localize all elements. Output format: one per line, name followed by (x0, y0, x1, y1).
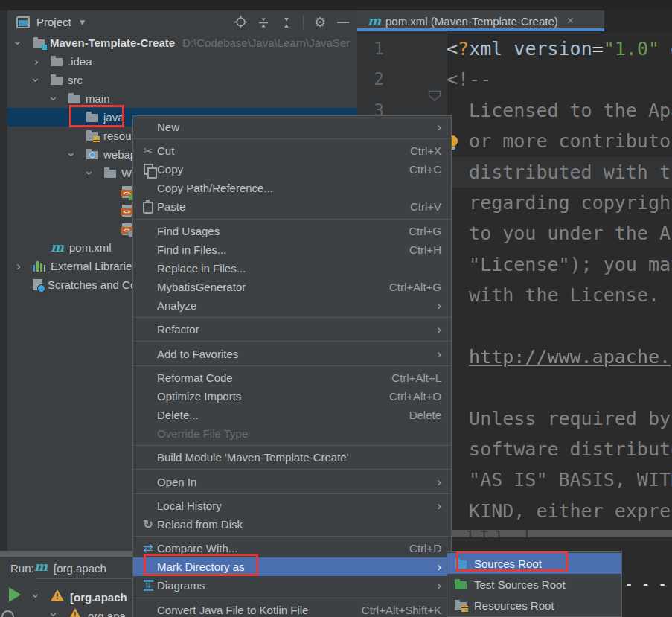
chevron-down-icon[interactable] (34, 74, 51, 86)
settings-gear-icon[interactable]: ⚙ (313, 16, 327, 29)
line-number: 2 (357, 64, 384, 95)
tree-row-main[interactable]: main (7, 89, 357, 108)
collapse-all-icon[interactable] (280, 16, 293, 29)
project-panel-title: Project (36, 16, 71, 28)
menu-item-reformat-code[interactable]: Reformat CodeCtrl+Alt+L (133, 368, 451, 387)
folder-icon (51, 77, 63, 85)
editor-tab-bar: pom.xml (Maven-Template-Create) × (357, 10, 672, 31)
warning-icon (68, 608, 82, 617)
menu-item-new[interactable]: New (133, 118, 451, 136)
menu-separator (133, 219, 451, 220)
submenu-arrow-icon (437, 323, 441, 336)
run-tree-item[interactable]: org.apa (88, 610, 126, 617)
menu-separator (133, 365, 451, 366)
menu-shortcut: Delete (409, 409, 441, 421)
stop-icon-partial[interactable] (1, 610, 14, 617)
tree-label: main (86, 92, 110, 105)
menu-item-analyze[interactable]: Analyze (133, 296, 451, 315)
license-url-link[interactable]: http://www.apache. (469, 346, 671, 368)
chevron-down-icon[interactable] (88, 167, 104, 179)
code-line: software distribute (447, 434, 672, 464)
web-xml-file-icon (122, 223, 132, 235)
chevron-down-icon[interactable] (70, 148, 86, 161)
menu-item-delete[interactable]: Delete...Delete (133, 406, 451, 424)
menu-item-compare-with[interactable]: Compare With...Ctrl+D (133, 539, 451, 557)
external-libraries-icon (33, 261, 45, 272)
menu-shortcut: Ctrl+Alt+Shift+K (362, 604, 441, 616)
menu-item-copy[interactable]: CopyCtrl+C (133, 160, 451, 179)
ide-window: Project ▼ ⚙ — Maven-Temp (0, 0, 672, 617)
run-tree-item[interactable]: [org.apach (70, 591, 127, 604)
chevron-down-icon[interactable] (34, 589, 51, 602)
project-panel-header: Project ▼ ⚙ — (7, 10, 357, 33)
cut-icon (139, 144, 157, 158)
menu-separator (133, 536, 451, 537)
menu-separator (133, 445, 451, 446)
run-label: Run: (10, 562, 34, 575)
menu-item-convert-to-kotlin[interactable]: Convert Java File to Kotlin FileCtrl+Alt… (133, 601, 451, 617)
tree-row-maven-template-create[interactable]: Maven-Template-Create D:\Codebase\Java\L… (7, 33, 357, 52)
tree-row-src[interactable]: src (7, 71, 357, 89)
submenu-arrow-icon (437, 348, 441, 360)
console-output-dashes: - - - - - - (625, 577, 672, 592)
run-play-icon[interactable] (9, 587, 21, 602)
menu-item-local-history[interactable]: Local History (133, 496, 451, 515)
menu-separator (133, 341, 451, 342)
reload-icon (139, 517, 157, 531)
menu-shortcut: Ctrl+Alt+O (389, 390, 441, 403)
menu-item-mybatis-generator[interactable]: MybatisGeneratorCtrl+Alt+G (133, 278, 451, 296)
close-icon[interactable]: × (567, 14, 574, 28)
menu-item-copy-path[interactable]: Copy Path/Reference... (133, 179, 451, 197)
menu-item-find-usages[interactable]: Find UsagesCtrl+G (133, 222, 451, 240)
code-line: "AS IS" BASIS, WITH (447, 464, 672, 495)
menu-separator (133, 317, 451, 318)
sources-root-folder-icon (455, 560, 467, 569)
menu-item-optimize-imports[interactable]: Optimize ImportsCtrl+Alt+O (133, 387, 451, 406)
hide-panel-icon[interactable]: — (336, 16, 350, 29)
chevron-down-icon[interactable] (52, 92, 68, 105)
chevron-down-icon[interactable] (52, 608, 68, 617)
menu-shortcut: Ctrl+G (409, 225, 441, 237)
submenu-item-sources-root[interactable]: Sources Root (447, 553, 621, 574)
code-line-current: distributed with th (447, 157, 672, 188)
submenu-arrow-icon (437, 579, 441, 592)
jsp-file-icon (122, 205, 132, 217)
menu-item-cut[interactable]: CutCtrl+X (133, 141, 451, 160)
copy-icon (139, 164, 157, 175)
locate-file-icon[interactable] (234, 16, 247, 29)
menu-shortcut: Ctrl+H (409, 243, 441, 256)
menu-item-paste[interactable]: PasteCtrl+V (133, 197, 451, 216)
code-line (447, 311, 672, 342)
expand-all-icon[interactable] (257, 16, 270, 29)
fold-marker-icon[interactable] (427, 89, 442, 106)
warning-icon (51, 589, 64, 601)
code-line: regarding copyright (447, 188, 672, 218)
menu-item-open-in[interactable]: Open In (133, 473, 451, 491)
chevron-right-icon[interactable] (34, 55, 51, 68)
jsp-file-spring-icon (122, 186, 132, 198)
menu-item-build-module[interactable]: Build Module 'Maven-Template-Create' (133, 448, 451, 467)
menu-item-diagrams[interactable]: Diagrams (133, 576, 451, 595)
submenu-item-resources-root[interactable]: Resources Root (447, 595, 621, 616)
code-editor[interactable]: <?xml version="1.0" e <!-- Licensed to t… (447, 33, 672, 530)
menu-item-replace-in-files[interactable]: Replace in Files... (133, 259, 451, 278)
chevron-down-icon[interactable]: ▼ (78, 17, 87, 28)
menu-item-find-in-files[interactable]: Find in Files...Ctrl+H (133, 240, 451, 259)
menu-item-mark-directory-as[interactable]: Mark Directory as (133, 557, 451, 576)
resources-folder-icon (86, 132, 98, 141)
paste-icon (139, 199, 157, 214)
menu-item-add-to-favorites[interactable]: Add to Favorites (133, 345, 451, 363)
run-config-name: [org.apach (54, 562, 106, 575)
menu-shortcut: Ctrl+V (410, 200, 441, 213)
tree-row-idea[interactable]: .idea (7, 52, 357, 71)
toolbar-divider (303, 16, 304, 29)
maven-file-icon (368, 15, 381, 28)
context-menu: New CutCtrl+X CopyCtrl+C Copy Path/Refer… (132, 115, 452, 617)
menu-item-reload-from-disk[interactable]: Reload from Disk (133, 515, 451, 534)
menu-shortcut: Ctrl+X (410, 144, 441, 157)
submenu-item-test-sources-root[interactable]: Test Sources Root (447, 574, 621, 595)
chevron-down-icon[interactable] (16, 36, 33, 49)
menu-item-refactor[interactable]: Refactor (133, 320, 451, 339)
chevron-right-icon[interactable] (16, 260, 33, 272)
code-line: with the License. (447, 280, 672, 310)
